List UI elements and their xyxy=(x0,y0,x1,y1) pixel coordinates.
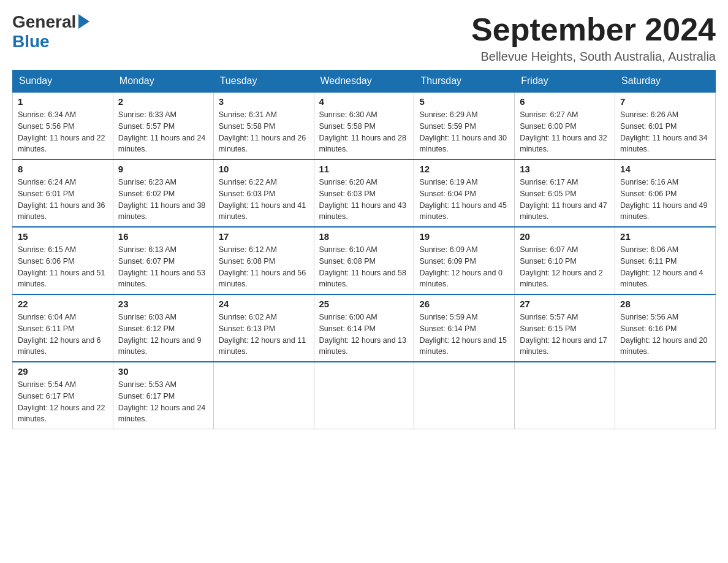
day-number: 25 xyxy=(319,299,409,309)
day-info: Sunrise: 6:16 AMSunset: 6:06 PMDaylight:… xyxy=(620,177,710,223)
logo-blue: Blue xyxy=(12,32,50,52)
calendar-table: SundayMondayTuesdayWednesdayThursdayFrid… xyxy=(12,70,716,429)
weekday-header-wednesday: Wednesday xyxy=(314,71,414,93)
day-number: 8 xyxy=(18,164,108,174)
day-number: 9 xyxy=(118,164,208,174)
calendar-cell: 25Sunrise: 6:00 AMSunset: 6:14 PMDayligh… xyxy=(314,294,414,362)
calendar-cell: 26Sunrise: 5:59 AMSunset: 6:14 PMDayligh… xyxy=(414,294,515,362)
calendar-cell: 18Sunrise: 6:10 AMSunset: 6:08 PMDayligh… xyxy=(314,227,414,294)
calendar-cell: 30Sunrise: 5:53 AMSunset: 6:17 PMDayligh… xyxy=(113,362,213,429)
day-info: Sunrise: 6:02 AMSunset: 6:13 PMDaylight:… xyxy=(219,312,309,358)
day-info: Sunrise: 5:56 AMSunset: 6:16 PMDaylight:… xyxy=(620,312,710,358)
day-number: 2 xyxy=(118,96,208,107)
day-number: 21 xyxy=(620,231,710,242)
day-number: 19 xyxy=(419,231,509,242)
day-number: 3 xyxy=(219,96,309,107)
calendar-cell: 1Sunrise: 6:34 AMSunset: 5:56 PMDaylight… xyxy=(13,92,113,159)
calendar-cell: 4Sunrise: 6:30 AMSunset: 5:58 PMDaylight… xyxy=(314,92,414,159)
calendar-cell: 24Sunrise: 6:02 AMSunset: 6:13 PMDayligh… xyxy=(213,294,314,362)
day-info: Sunrise: 6:19 AMSunset: 6:04 PMDaylight:… xyxy=(419,177,509,223)
day-number: 20 xyxy=(520,231,610,242)
calendar-cell: 22Sunrise: 6:04 AMSunset: 6:11 PMDayligh… xyxy=(13,294,113,362)
day-info: Sunrise: 6:04 AMSunset: 6:11 PMDaylight:… xyxy=(18,312,108,358)
calendar-cell: 9Sunrise: 6:23 AMSunset: 6:02 PMDaylight… xyxy=(113,159,213,227)
day-number: 1 xyxy=(18,96,108,107)
calendar-cell: 27Sunrise: 5:57 AMSunset: 6:15 PMDayligh… xyxy=(515,294,615,362)
day-number: 29 xyxy=(18,366,108,377)
calendar-cell: 13Sunrise: 6:17 AMSunset: 6:05 PMDayligh… xyxy=(515,159,615,227)
day-number: 22 xyxy=(18,299,108,309)
day-number: 26 xyxy=(419,299,509,309)
day-number: 23 xyxy=(118,299,208,309)
calendar-cell: 5Sunrise: 6:29 AMSunset: 5:59 PMDaylight… xyxy=(414,92,515,159)
day-info: Sunrise: 6:03 AMSunset: 6:12 PMDaylight:… xyxy=(118,312,208,358)
month-title: September 2024 xyxy=(471,12,716,47)
calendar-cell: 3Sunrise: 6:31 AMSunset: 5:58 PMDaylight… xyxy=(213,92,314,159)
calendar-cell: 7Sunrise: 6:26 AMSunset: 6:01 PMDaylight… xyxy=(615,92,716,159)
calendar-cell: 17Sunrise: 6:12 AMSunset: 6:08 PMDayligh… xyxy=(213,227,314,294)
calendar-cell: 10Sunrise: 6:22 AMSunset: 6:03 PMDayligh… xyxy=(213,159,314,227)
calendar-cell: 16Sunrise: 6:13 AMSunset: 6:07 PMDayligh… xyxy=(113,227,213,294)
day-info: Sunrise: 5:54 AMSunset: 6:17 PMDaylight:… xyxy=(18,379,108,425)
weekday-header-friday: Friday xyxy=(515,71,615,93)
calendar-cell: 6Sunrise: 6:27 AMSunset: 6:00 PMDaylight… xyxy=(515,92,615,159)
weekday-header-saturday: Saturday xyxy=(615,71,716,93)
day-info: Sunrise: 6:24 AMSunset: 6:01 PMDaylight:… xyxy=(18,177,108,223)
calendar-cell xyxy=(414,362,515,429)
day-info: Sunrise: 6:22 AMSunset: 6:03 PMDaylight:… xyxy=(219,177,309,223)
calendar-cell: 2Sunrise: 6:33 AMSunset: 5:57 PMDaylight… xyxy=(113,92,213,159)
weekday-header-thursday: Thursday xyxy=(414,71,515,93)
day-number: 11 xyxy=(319,164,409,174)
calendar-cell: 21Sunrise: 6:06 AMSunset: 6:11 PMDayligh… xyxy=(615,227,716,294)
day-info: Sunrise: 6:09 AMSunset: 6:09 PMDaylight:… xyxy=(419,244,509,290)
week-row-4: 22Sunrise: 6:04 AMSunset: 6:11 PMDayligh… xyxy=(13,294,716,362)
day-number: 28 xyxy=(620,299,710,309)
day-info: Sunrise: 6:06 AMSunset: 6:11 PMDaylight:… xyxy=(620,244,710,290)
week-row-2: 8Sunrise: 6:24 AMSunset: 6:01 PMDaylight… xyxy=(13,159,716,227)
day-info: Sunrise: 6:29 AMSunset: 5:59 PMDaylight:… xyxy=(419,109,509,155)
week-row-5: 29Sunrise: 5:54 AMSunset: 6:17 PMDayligh… xyxy=(13,362,716,429)
day-number: 4 xyxy=(319,96,409,107)
day-info: Sunrise: 6:15 AMSunset: 6:06 PMDaylight:… xyxy=(18,244,108,290)
day-info: Sunrise: 6:13 AMSunset: 6:07 PMDaylight:… xyxy=(118,244,208,290)
day-info: Sunrise: 6:07 AMSunset: 6:10 PMDaylight:… xyxy=(520,244,610,290)
calendar-cell xyxy=(515,362,615,429)
day-number: 10 xyxy=(219,164,309,174)
day-info: Sunrise: 6:26 AMSunset: 6:01 PMDaylight:… xyxy=(620,109,710,155)
week-row-1: 1Sunrise: 6:34 AMSunset: 5:56 PMDaylight… xyxy=(13,92,716,159)
day-number: 16 xyxy=(118,231,208,242)
day-number: 7 xyxy=(620,96,710,107)
day-number: 24 xyxy=(219,299,309,309)
calendar-cell: 23Sunrise: 6:03 AMSunset: 6:12 PMDayligh… xyxy=(113,294,213,362)
calendar-cell xyxy=(213,362,314,429)
day-info: Sunrise: 6:33 AMSunset: 5:57 PMDaylight:… xyxy=(118,109,208,155)
logo-arrow-icon xyxy=(78,14,89,29)
week-row-3: 15Sunrise: 6:15 AMSunset: 6:06 PMDayligh… xyxy=(13,227,716,294)
weekday-header-monday: Monday xyxy=(113,71,213,93)
calendar-cell xyxy=(314,362,414,429)
calendar-cell: 29Sunrise: 5:54 AMSunset: 6:17 PMDayligh… xyxy=(13,362,113,429)
calendar-cell: 11Sunrise: 6:20 AMSunset: 6:03 PMDayligh… xyxy=(314,159,414,227)
day-number: 5 xyxy=(419,96,509,107)
calendar-cell: 15Sunrise: 6:15 AMSunset: 6:06 PMDayligh… xyxy=(13,227,113,294)
day-info: Sunrise: 5:59 AMSunset: 6:14 PMDaylight:… xyxy=(419,312,509,358)
calendar-cell: 12Sunrise: 6:19 AMSunset: 6:04 PMDayligh… xyxy=(414,159,515,227)
day-number: 15 xyxy=(18,231,108,242)
day-info: Sunrise: 6:27 AMSunset: 6:00 PMDaylight:… xyxy=(520,109,610,155)
day-info: Sunrise: 6:34 AMSunset: 5:56 PMDaylight:… xyxy=(18,109,108,155)
title-block: September 2024 Bellevue Heights, South A… xyxy=(471,12,716,64)
day-info: Sunrise: 5:53 AMSunset: 6:17 PMDaylight:… xyxy=(118,379,208,425)
calendar-cell: 8Sunrise: 6:24 AMSunset: 6:01 PMDaylight… xyxy=(13,159,113,227)
weekday-header-sunday: Sunday xyxy=(13,71,113,93)
logo: General Blue xyxy=(12,12,89,52)
day-number: 27 xyxy=(520,299,610,309)
calendar-cell: 19Sunrise: 6:09 AMSunset: 6:09 PMDayligh… xyxy=(414,227,515,294)
day-info: Sunrise: 6:10 AMSunset: 6:08 PMDaylight:… xyxy=(319,244,409,290)
day-info: Sunrise: 5:57 AMSunset: 6:15 PMDaylight:… xyxy=(520,312,610,358)
calendar-cell xyxy=(615,362,716,429)
day-info: Sunrise: 6:12 AMSunset: 6:08 PMDaylight:… xyxy=(219,244,309,290)
calendar-cell: 28Sunrise: 5:56 AMSunset: 6:16 PMDayligh… xyxy=(615,294,716,362)
weekday-header-tuesday: Tuesday xyxy=(213,71,314,93)
day-info: Sunrise: 6:00 AMSunset: 6:14 PMDaylight:… xyxy=(319,312,409,358)
calendar-cell: 14Sunrise: 6:16 AMSunset: 6:06 PMDayligh… xyxy=(615,159,716,227)
